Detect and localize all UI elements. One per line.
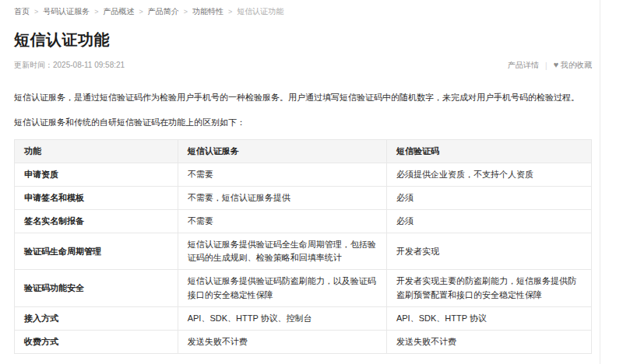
table-cell: 开发者实现 <box>386 233 591 270</box>
feature-comparison-table: 功能 短信认证服务 短信验证码 申请资质 不需要 必须提供企业资质，不支持个人资… <box>14 139 592 353</box>
breadcrumb-item-intro[interactable]: 产品简介 <box>148 6 179 17</box>
breadcrumb-separator: > <box>34 8 38 16</box>
breadcrumb-item-features[interactable]: 功能特性 <box>192 6 224 17</box>
intro-paragraph-1: 短信认证服务，是通过短信验证码作为检验用户手机号的一种检验服务。用户通过填写短信… <box>14 91 592 105</box>
breadcrumb-separator: > <box>184 8 188 16</box>
table-cell: 验证码功能安全 <box>15 270 178 306</box>
table-cell: 短信认证服务提供验证码全生命周期管理，包括验证码的生成规则、检验策略和回填率统计 <box>178 233 386 270</box>
table-row: 验证码功能安全 短信认证服务提供验证码防盗刷能力，以及验证码接口的安全稳定性保障… <box>15 270 592 306</box>
breadcrumb-separator: > <box>94 8 98 16</box>
table-cell: 申请签名和模板 <box>15 187 178 210</box>
table-cell: 短信认证服务提供验证码防盗刷能力，以及验证码接口的安全稳定性保障 <box>178 270 386 306</box>
table-cell: 不需要，短信认证服务提供 <box>178 187 386 210</box>
actions-divider: | <box>545 61 547 70</box>
favorite-button[interactable]: ♥ 我的收藏 <box>554 60 592 71</box>
breadcrumb-item-home[interactable]: 首页 <box>14 6 30 17</box>
breadcrumb-item-current: 短信认证功能 <box>237 6 283 17</box>
table-cell: 发送失败不计费 <box>178 330 386 353</box>
product-details-link[interactable]: 产品详情 <box>508 60 539 71</box>
breadcrumb-separator: > <box>228 8 232 16</box>
favorite-label: 我的收藏 <box>561 61 592 69</box>
table-row: 申请资质 不需要 必须提供企业资质，不支持个人资质 <box>15 163 592 187</box>
table-cell: 申请资质 <box>15 163 178 187</box>
table-header-sms-auth-service: 短信认证服务 <box>178 140 386 163</box>
table-cell: 必须 <box>386 187 591 210</box>
heart-icon: ♥ <box>554 60 559 69</box>
content-right-divider <box>600 0 600 364</box>
table-cell: 开发者实现主要的防盗刷能力，短信服务提供防盗刷预警配置和接口的安全稳定性保障 <box>386 270 591 306</box>
intro-paragraph-2: 短信认证服务和传统的自研短信验证码在功能上的区别如下： <box>14 116 592 130</box>
table-cell: 接入方式 <box>15 306 178 330</box>
meta-actions: 产品详情 | ♥ 我的收藏 <box>508 60 592 71</box>
table-cell: 必须提供企业资质，不支持个人资质 <box>386 163 591 187</box>
table-row: 收费方式 发送失败不计费 发送失败不计费 <box>15 330 592 353</box>
page-title: 短信认证功能 <box>14 30 592 51</box>
table-cell: 签名实名制报备 <box>15 210 178 233</box>
breadcrumb-item-service[interactable]: 号码认证服务 <box>43 6 90 17</box>
table-cell: 验证码生命周期管理 <box>15 233 178 270</box>
meta-row: 更新时间：2025-08-11 09:58:21 产品详情 | ♥ 我的收藏 <box>14 60 592 71</box>
table-row: 签名实名制报备 不需要 必须 <box>15 210 592 233</box>
table-row: 申请签名和模板 不需要，短信认证服务提供 必须 <box>15 187 592 210</box>
table-cell: 发送失败不计费 <box>386 330 591 353</box>
table-cell: API、SDK、HTTP 协议、控制台 <box>178 306 386 330</box>
table-cell: 收费方式 <box>15 330 178 353</box>
breadcrumb-item-overview[interactable]: 产品概述 <box>104 6 135 17</box>
table-row: 接入方式 API、SDK、HTTP 协议、控制台 API、SDK、HTTP 协议 <box>15 306 592 330</box>
table-header-feature: 功能 <box>15 140 178 163</box>
breadcrumb-separator: > <box>139 8 143 16</box>
doc-page: 首页 > 号码认证服务 > 产品概述 > 产品简介 > 功能特性 > 短信认证功… <box>0 0 623 364</box>
table-cell: 不需要 <box>178 163 386 187</box>
updated-time: 更新时间：2025-08-11 09:58:21 <box>14 60 125 71</box>
table-header-row: 功能 短信认证服务 短信验证码 <box>15 140 592 163</box>
breadcrumb: 首页 > 号码认证服务 > 产品概述 > 产品简介 > 功能特性 > 短信认证功… <box>14 0 592 17</box>
table-cell: 必须 <box>386 210 591 233</box>
table-cell: 不需要 <box>178 210 386 233</box>
table-cell: API、SDK、HTTP 协议 <box>386 306 591 330</box>
table-header-sms-code: 短信验证码 <box>386 140 591 163</box>
table-row: 验证码生命周期管理 短信认证服务提供验证码全生命周期管理，包括验证码的生成规则、… <box>15 233 592 270</box>
